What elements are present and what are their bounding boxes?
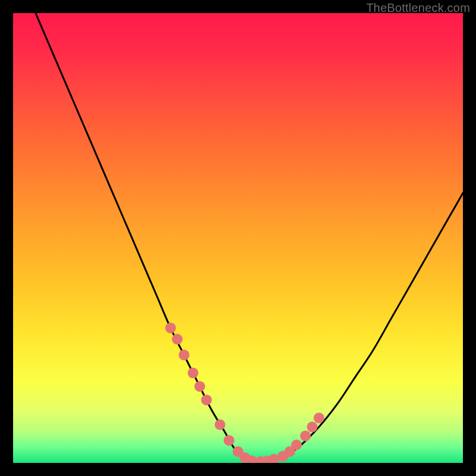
marker-dot	[215, 419, 226, 430]
marker-dot	[307, 422, 318, 433]
marker-dot	[314, 412, 324, 423]
marker-dot	[165, 322, 176, 333]
marker-dot	[201, 394, 212, 405]
marker-dot	[224, 435, 234, 446]
chart-frame: TheBottleneck.com	[0, 0, 476, 476]
bottleneck-chart	[13, 13, 463, 463]
marker-dot	[291, 440, 302, 450]
marker-dot	[195, 381, 205, 392]
marker-dot	[178, 350, 189, 361]
marker-dot	[187, 368, 198, 378]
marker-dot	[300, 431, 311, 441]
gradient-background	[13, 13, 463, 463]
plot-area	[13, 13, 463, 463]
marker-dot	[172, 334, 183, 345]
